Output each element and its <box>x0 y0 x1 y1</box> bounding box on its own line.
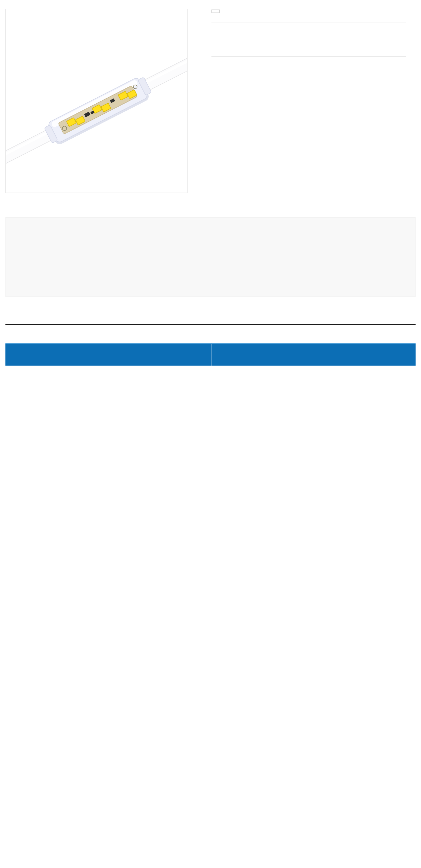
product-detail-page <box>0 0 421 472</box>
feature-band <box>5 217 416 297</box>
divider <box>212 23 406 23</box>
bottom-whitespace <box>5 366 416 472</box>
product-image <box>5 9 188 193</box>
product-info-panel <box>212 9 406 193</box>
divider <box>212 44 406 44</box>
table-header-row <box>5 343 416 366</box>
tab-bar <box>5 324 416 325</box>
divider <box>212 56 406 57</box>
detail-spec-table <box>5 343 416 366</box>
model-label-badge <box>212 9 220 13</box>
led-module-photo <box>6 9 187 193</box>
model-row <box>212 9 406 13</box>
table-header-label <box>5 343 211 366</box>
product-summary-section <box>5 0 416 193</box>
table-header-value <box>211 343 416 366</box>
